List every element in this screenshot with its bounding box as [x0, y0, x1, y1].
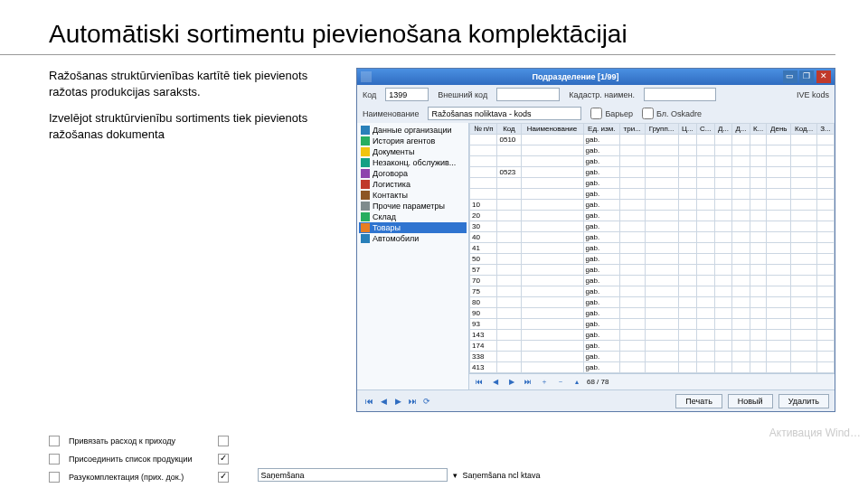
table-row[interactable]: 30gab. — [470, 221, 835, 232]
oskadre-checkbox[interactable] — [642, 108, 654, 119]
tree-label: История агентов — [373, 136, 435, 145]
grid-header[interactable]: Наименование — [521, 124, 583, 135]
new-button[interactable]: Новый — [728, 394, 773, 408]
kadname-input[interactable] — [644, 88, 716, 101]
tree-item[interactable]: Документы — [359, 146, 467, 157]
window-footer: ⏮ ◀ ▶ ⏭ ⟳ Печать Новый Удалить — [357, 389, 835, 411]
table-row[interactable]: gab. — [470, 156, 835, 167]
left-panel: Ražošanas struktūrvienības kartītē tiek … — [49, 68, 338, 412]
table-row[interactable]: gab. — [470, 189, 835, 200]
tree-item[interactable]: Автомобили — [359, 233, 467, 244]
grid-header[interactable]: Код... — [791, 124, 817, 135]
tree-item[interactable]: Логистика — [359, 179, 467, 190]
grid-header[interactable]: День — [767, 124, 791, 135]
opt-row-3[interactable]: Разукомплектация (прих. док.) — [49, 472, 193, 483]
foot-prev-icon[interactable]: ◀ — [377, 397, 390, 406]
close-icon[interactable]: ✕ — [816, 70, 831, 83]
grid-header[interactable]: Д... — [714, 124, 732, 135]
tree-label: Документы — [373, 147, 414, 156]
nav-last-icon[interactable]: ⏭ — [522, 378, 534, 386]
tree-icon — [361, 136, 370, 145]
table-row[interactable]: 143gab. — [470, 330, 835, 341]
foot-next-icon[interactable]: ▶ — [392, 397, 404, 406]
chk-b[interactable] — [218, 454, 229, 465]
ivekods-label: IVE kods — [797, 90, 829, 99]
bottom-dropdown-icon[interactable]: ▾ — [453, 471, 458, 480]
table-row[interactable]: 70gab. — [470, 276, 835, 286]
grid-header[interactable]: Групп... — [645, 124, 678, 135]
table-row[interactable]: 57gab. — [470, 265, 835, 276]
grid-header[interactable]: № п/п — [470, 124, 497, 135]
nav-next-icon[interactable]: ▶ — [505, 378, 518, 386]
table-row[interactable]: 20gab. — [470, 211, 835, 221]
opt-row-2[interactable]: Присоединить список продукции — [49, 454, 193, 465]
table-row[interactable]: 40gab. — [470, 232, 835, 243]
table-row[interactable]: 75gab. — [470, 286, 835, 297]
grid-header[interactable]: Ед. изм. — [583, 124, 619, 135]
tree-item[interactable]: История агентов — [359, 136, 467, 146]
grid-header[interactable]: Ц... — [678, 124, 696, 135]
nav-first-icon[interactable]: ⏮ — [473, 378, 486, 386]
tree-label: Склад — [373, 212, 396, 221]
kadname-label: Кадастр. наимен. — [569, 90, 635, 99]
tree-item[interactable]: Склад — [359, 211, 467, 222]
barjer-checkbox[interactable] — [590, 108, 602, 119]
name-input[interactable] — [428, 107, 581, 120]
row-navigator: ⏮ ◀ ▶ ⏭ ＋ － ▴ 68 / 78 — [469, 373, 835, 389]
grid-header[interactable]: С... — [696, 124, 714, 135]
chk-c[interactable] — [218, 472, 229, 483]
table-row[interactable]: 90gab. — [470, 308, 835, 319]
table-row[interactable]: 50gab. — [470, 254, 835, 265]
tree-item[interactable]: Договора — [359, 168, 467, 179]
opt-row-1[interactable]: Привязать расход к приходу — [49, 436, 193, 446]
tree-label: Данные организации — [373, 126, 451, 135]
nav-tree: Данные организацииИстория агентовДокумен… — [357, 123, 469, 389]
tree-item[interactable]: Контакты — [359, 190, 467, 201]
grid-header[interactable]: К... — [750, 124, 767, 135]
data-grid[interactable]: № п/пКодНаименованиеЕд. изм.три...Групп.… — [469, 123, 835, 373]
barjer-label: Барьер — [605, 109, 633, 118]
grid-header[interactable]: Д... — [732, 124, 750, 135]
maximize-icon[interactable]: ❐ — [799, 70, 814, 83]
table-row[interactable]: 0523gab. — [470, 167, 835, 178]
kod-input[interactable] — [385, 88, 429, 101]
extkod-input[interactable] — [496, 88, 560, 101]
table-row[interactable]: 174gab. — [470, 341, 835, 352]
nav-prev-icon[interactable]: ◀ — [489, 378, 502, 386]
name-label: Наименование — [363, 109, 419, 118]
table-row[interactable]: 93gab. — [470, 319, 835, 330]
table-row[interactable]: 10gab. — [470, 200, 835, 211]
foot-last-icon[interactable]: ⏭ — [406, 397, 419, 406]
table-row[interactable]: gab. — [470, 145, 835, 156]
print-button[interactable]: Печать — [675, 394, 722, 408]
delete-button[interactable]: Удалить — [778, 394, 829, 408]
tree-item[interactable]: Прочие параметры — [359, 201, 467, 211]
nav-del-icon[interactable]: － — [554, 377, 567, 387]
tree-icon — [361, 191, 370, 200]
form-row-1: Код Внешний код Кадастр. наимен. IVE kod… — [357, 85, 835, 104]
foot-refresh-icon[interactable]: ⟳ — [420, 397, 433, 406]
chk-a[interactable] — [218, 436, 229, 446]
extkod-label: Внешний код — [438, 90, 487, 99]
nav-edit-icon[interactable]: ▴ — [571, 378, 583, 386]
window-titlebar: Подразделение [1/99] ▭ ❐ ✕ — [357, 69, 835, 85]
bottom-input[interactable] — [258, 468, 448, 482]
foot-first-icon[interactable]: ⏮ — [363, 397, 375, 406]
table-row[interactable]: 80gab. — [470, 297, 835, 308]
minimize-icon[interactable]: ▭ — [783, 70, 797, 83]
nav-add-icon[interactable]: ＋ — [538, 377, 551, 387]
tree-item[interactable]: Незаконц. обслужив... — [359, 157, 467, 168]
table-row[interactable]: gab. — [470, 178, 835, 189]
grid-header[interactable]: Код — [497, 124, 521, 135]
tree-icon — [361, 126, 370, 135]
table-row[interactable]: 41gab. — [470, 243, 835, 254]
tree-item[interactable]: Данные организации — [359, 125, 467, 136]
kod-label: Код — [363, 90, 376, 99]
grid-header[interactable]: З... — [817, 124, 835, 135]
table-row[interactable]: 0510gab. — [470, 135, 835, 145]
table-row[interactable]: 338gab. — [470, 352, 835, 362]
table-row[interactable]: 413gab. — [470, 362, 835, 373]
tree-icon — [361, 212, 370, 221]
tree-item[interactable]: Товары — [359, 222, 467, 233]
grid-header[interactable]: три... — [619, 124, 645, 135]
